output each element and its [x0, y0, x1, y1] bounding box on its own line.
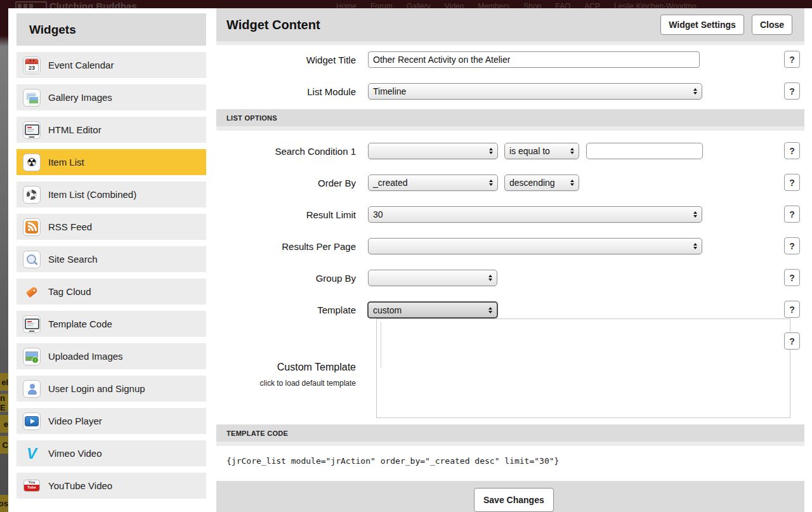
header-divider	[216, 41, 804, 45]
select-arrows-icon	[688, 88, 697, 95]
group-by-select[interactable]	[368, 270, 497, 286]
help-button-list-module[interactable]: ?	[784, 82, 800, 100]
help-button-custom-template[interactable]: ?	[784, 332, 800, 350]
select-arrows-icon	[484, 148, 493, 154]
select-arrows-icon	[565, 180, 574, 186]
nav-faq[interactable]: FAQ	[555, 2, 570, 8]
widget-title-input[interactable]	[368, 51, 700, 68]
template-code-text: {jrCore_list module="jrAction" order_by=…	[226, 456, 559, 466]
sidebar-item-label: Item List (Combined)	[48, 189, 136, 200]
sidebar-item-event-calendar[interactable]: 23 Event Calendar	[16, 52, 206, 78]
sidebar-item-label: Video Player	[48, 416, 102, 426]
nav-members[interactable]: Members	[478, 2, 509, 8]
sidebar-item-rss-feed[interactable]: RSS Feed	[16, 214, 206, 240]
sidebar-item-uploaded-images[interactable]: ↑ Uploaded Images	[16, 343, 206, 369]
sidebar-item-label: Site Search	[48, 254, 98, 265]
nav-home[interactable]: Home	[336, 2, 357, 8]
sidebar-item-html-editor[interactable]: HTML Editor	[16, 117, 206, 143]
user-icon	[23, 380, 41, 398]
sidebar-item-youtube-video[interactable]: YouTube YouTube Video	[16, 473, 206, 499]
custom-template-sublabel[interactable]: click to load default template	[260, 379, 356, 388]
sidebar-item-gallery-images[interactable]: Gallery Images	[16, 84, 206, 110]
rss-icon	[23, 218, 41, 236]
sidebar-item-site-search[interactable]: Site Search	[16, 246, 206, 272]
search-condition-operator-select[interactable]: is equal to	[504, 143, 579, 159]
sidebar-item-video-player[interactable]: Video Player	[16, 408, 206, 434]
list-module-label: List Module	[307, 86, 356, 97]
item-list-icon: ☢	[23, 154, 41, 171]
search-condition-label: Search Condition 1	[275, 146, 356, 157]
upload-image-icon: ↑	[23, 348, 41, 365]
site-logo-icon	[15, 1, 47, 8]
template-label: Template	[317, 305, 356, 315]
sidebar-item-label: Event Calendar	[48, 60, 114, 70]
background-menu-fragment: el	[0, 373, 8, 391]
nav-acp[interactable]: ACP	[584, 2, 600, 8]
widgets-sidebar: Widgets 23 Event Calendar Gallery Images…	[16, 13, 206, 499]
sidebar-item-template-code[interactable]: Template Code	[16, 311, 206, 337]
help-button-result-limit[interactable]: ?	[784, 206, 800, 223]
select-arrows-icon	[484, 180, 493, 186]
text-caret	[381, 322, 381, 367]
result-limit-label: Result Limit	[306, 209, 356, 220]
background-menu-fragment: C	[0, 436, 8, 454]
select-arrows-icon	[688, 243, 697, 249]
order-by-field-select[interactable]: _created	[368, 174, 498, 191]
widget-title-label: Widget Title	[306, 55, 356, 65]
sidebar-item-label: User Login and Signup	[48, 383, 145, 394]
help-button-widget-title[interactable]: ?	[784, 51, 800, 68]
help-button-search-condition[interactable]: ?	[784, 142, 800, 159]
result-limit-select[interactable]: 30	[368, 206, 702, 223]
sidebar-item-label: Gallery Images	[48, 92, 112, 103]
sidebar-item-label: Item List	[48, 157, 84, 167]
results-per-page-select[interactable]	[368, 238, 702, 254]
site-nav: Home Forum Gallery Video Members Shop FA…	[336, 2, 697, 8]
panel-title: Widget Content	[226, 18, 320, 32]
background-menu-fragment: n E	[0, 394, 8, 412]
youtube-icon: YouTube	[23, 477, 41, 495]
monitor-icon	[23, 121, 41, 139]
calendar-icon: 23	[23, 56, 41, 74]
sidebar-item-label: HTML Editor	[48, 124, 102, 135]
results-per-page-label: Results Per Page	[282, 241, 356, 252]
widget-settings-button[interactable]: Widget Settings	[660, 15, 744, 35]
section-divider	[216, 442, 804, 446]
save-changes-button[interactable]: Save Changes	[474, 488, 554, 512]
sidebar-item-tag-cloud[interactable]: Tag Cloud	[16, 279, 206, 305]
sidebar-item-item-list-combined[interactable]: Item List (Combined)	[16, 181, 206, 207]
background-menu-fragment: e	[0, 415, 8, 433]
close-button[interactable]: Close	[752, 15, 792, 35]
sidebar-item-vimeo-video[interactable]: V Vimeo Video	[16, 440, 206, 466]
custom-template-textarea[interactable]	[376, 318, 790, 418]
select-arrows-icon	[483, 275, 492, 281]
monitor-icon	[23, 315, 41, 333]
nav-user[interactable]: Leslie Kinchen-Woodmo	[614, 2, 697, 8]
sidebar-item-label: Uploaded Images	[48, 351, 123, 362]
tag-icon	[23, 283, 41, 301]
custom-template-label: Custom Template	[277, 362, 356, 373]
sidebar-item-label: Template Code	[48, 318, 112, 329]
sidebar-item-label: Tag Cloud	[48, 286, 91, 297]
nav-gallery[interactable]: Gallery	[407, 2, 431, 8]
help-button-order-by[interactable]: ?	[784, 174, 800, 191]
panel-header: Widget Content Widget Settings Close	[216, 8, 804, 41]
help-button-group-by[interactable]: ?	[784, 269, 800, 286]
nav-video[interactable]: Video	[445, 2, 464, 8]
page: Clutching Buddhas Home Forum Gallery Vid…	[0, 0, 812, 512]
search-condition-value-input[interactable]	[586, 143, 703, 159]
help-button-results-per-page[interactable]: ?	[784, 237, 800, 254]
list-module-select[interactable]: Timeline	[368, 83, 702, 100]
sidebar-item-item-list[interactable]: ☢ Item List	[16, 149, 206, 175]
help-button-template[interactable]: ?	[784, 301, 800, 318]
order-by-label: Order By	[318, 178, 356, 188]
nav-shop[interactable]: Shop	[523, 2, 541, 8]
select-arrows-icon	[688, 211, 697, 218]
section-divider	[216, 126, 804, 131]
order-by-direction-select[interactable]: descending	[504, 174, 579, 191]
sidebar-item-user-login[interactable]: User Login and Signup	[16, 376, 206, 402]
nav-forum[interactable]: Forum	[370, 2, 393, 8]
search-condition-field-select[interactable]	[368, 143, 498, 159]
template-select[interactable]: custom	[367, 301, 498, 318]
sidebar-title: Widgets	[16, 13, 206, 46]
section-list-options: LIST OPTIONS	[216, 109, 804, 126]
